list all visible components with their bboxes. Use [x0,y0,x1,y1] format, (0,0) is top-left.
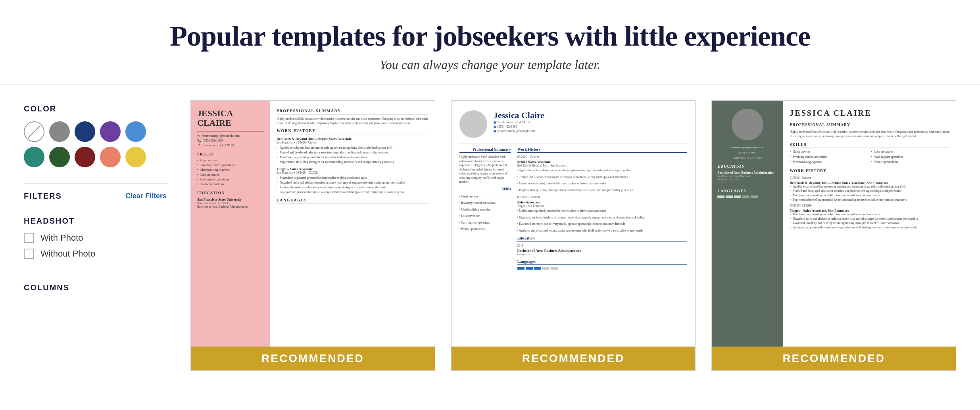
tpl3-skill-1: Guest services [790,150,868,153]
color-swatch-navy[interactable] [75,121,95,142]
color-swatch-teal[interactable] [24,147,44,167]
page-wrapper: Popular templates for jobseekers with li… [0,0,980,410]
tpl3-work-title: WORK HISTORY [790,169,949,174]
tpl3-skill-4: Loss prevention [871,150,949,153]
clear-filters-button[interactable]: Clear Filters [125,192,167,200]
template-3-body: resumesample@example.com (555) 432-1000 … [712,101,956,370]
columns-section: COLUMNS [24,283,167,292]
tpl1-skill-3: Merchandising expertise [197,168,264,172]
template-card-1[interactable]: JESSICACLAIRE ✉ resumesample@example.com… [190,100,435,371]
tpl2-job2-b3: • Evaluated inventory and delivery needs… [517,222,688,226]
filters-row: FILTERS Clear Filters [24,192,167,201]
tpl1-skill-1: Guest services [197,159,264,162]
tpl2-location: San Francisco, CA 94105 [494,121,688,124]
template-2-recommended-badge: RECOMMENDED [452,347,696,370]
templates-area: JESSICACLAIRE ✉ resumesample@example.com… [190,100,956,371]
tpl2-avatar [459,110,487,138]
tpl1-skills-title: SKILLS [197,152,264,156]
tpl1-summary-title: PROFESSIONAL SUMMARY [277,109,429,115]
tpl2-job1-b3: • Maintained organized, presentable merc… [517,182,688,186]
tpl3-job1-b2: Trained and developed sales team associa… [790,189,949,193]
tpl1-job1-title: Bed Bath & Beyond, Inc. – Senior Sales A… [277,137,429,141]
color-swatch-yellow[interactable] [125,147,146,167]
page-header: Popular templates for jobseekers with li… [0,0,980,84]
tpl2-name-block: Jessica Claire San Francisco, CA 94105 (… [494,110,688,138]
color-swatch-purple[interactable] [100,121,121,142]
sidebar: COLOR FILTERS [24,100,167,371]
color-swatch-gray[interactable] [49,121,70,142]
tpl2-job1-b4: • Implemented up-selling strategies for … [517,188,688,193]
template-3-recommended-badge: RECOMMENDED [712,347,956,370]
color-section: COLOR [24,104,167,167]
with-photo-option[interactable]: With Photo [24,233,167,243]
with-photo-checkbox[interactable] [24,233,34,243]
tpl3-job2-b3: Evaluated inventory and delivery needs, … [790,221,949,225]
tpl3-job1-b4: Implemented up-selling strategies for re… [790,198,949,201]
template-1-recommended-badge: RECOMMENDED [191,347,435,370]
color-swatch-salmon[interactable] [100,147,121,167]
tpl3-skill-2: Inventory control procedures [790,155,868,159]
tpl1-job1-b4: Implemented up-selling strategies for re… [277,160,429,164]
with-photo-label: With Photo [40,233,83,243]
tpl2-job1-title: Senior Sales Associate [517,160,688,164]
without-photo-option[interactable]: Without Photo [24,249,167,259]
tpl1-job2-b3: Evaluated inventory and delivery needs, … [277,186,429,189]
tpl1-skill-5: Cash register operations [197,178,264,181]
tpl1-skill-4: Loss prevention [197,173,264,176]
tpl3-job1-title: Bed Bath & Beyond, Inc. – Senior Sales A… [790,181,949,185]
tpl3-edu-title: EDUCATION [717,164,778,169]
headshot-label: HEADSHOT [24,216,167,226]
tpl3-name: JESSICA CLAIRE [790,109,949,118]
tpl1-work-title: WORK HISTORY [277,128,429,134]
tpl1-left: JESSICACLAIRE ✉ resumesample@example.com… [191,101,270,370]
tpl2-phone: (555) 432-1000 [494,125,688,128]
tpl2-summary-text: Highly motivated Sales Associate with ex… [459,155,511,184]
tpl1-skill-6: Product promotions [197,182,264,186]
tpl2-job2-b4: • Analyzed and processed returns, assist… [517,229,688,233]
template-1-body: JESSICACLAIRE ✉ resumesample@example.com… [191,101,435,370]
tpl3-job2-b4: Analyzed and processed returns, assistin… [790,226,949,229]
tpl3-phone: (555) 432-1000 [717,151,778,154]
tpl2-skill-6: • Product promotions [459,227,511,232]
tpl3-job1-date: 03/2020 - Current [790,176,949,180]
tpl2-skill-5: • Cash register operations [459,221,511,225]
tpl2-content: Professional Summary Highly motivated Sa… [459,147,688,270]
color-swatch-darkred[interactable] [75,147,95,167]
template-card-3[interactable]: resumesample@example.com (555) 432-1000 … [711,100,956,371]
tpl3-edu-degree: Bachelor of Arts, Business Administratio… [717,171,778,174]
tpl1-job2-b2: Organized racks and shelves to maintain … [277,181,429,184]
template-2-body: Jessica Claire San Francisco, CA 94105 (… [452,101,696,370]
template-card-2[interactable]: Jessica Claire San Francisco, CA 94105 (… [451,100,696,371]
tpl2-job1-company: Bed Bath & Beyond, Inc. – San Francisco [517,164,688,167]
divider-1 [24,183,167,184]
tpl3-skill-6: Product promotions [871,160,949,164]
tpl3-edu-school: San Francisco State University [717,174,778,178]
headshot-section: HEADSHOT With Photo Without Photo [24,216,167,259]
tpl2-header: Jessica Claire San Francisco, CA 94105 (… [459,110,688,138]
tpl1-edu-title: EDUCATION [197,191,264,195]
tpl3-left: resumesample@example.com (555) 432-1000 … [712,101,783,370]
tpl1-lang-title: LANGUAGES [277,198,429,204]
filters-section: FILTERS Clear Filters [24,192,167,201]
tpl3-job2-b1: Maintained organized, presentable mercha… [790,213,949,216]
main-layout: COLOR FILTERS [0,100,980,371]
tpl3-job1-b3: Maintained organized, presentable mercha… [790,194,949,197]
tpl1-job2-place: San Francisco • 06/2019 – 03/2020 [277,171,429,174]
without-photo-checkbox[interactable] [24,249,34,259]
without-photo-label: Without Photo [40,249,95,259]
tpl2-right-col: Work History 03/2020 – Current Senior Sa… [517,147,688,270]
tpl2-skill-3: • Merchandising expertise [459,208,511,212]
tpl2-job2-b1: • Maintained organized, presentable merc… [517,209,688,213]
tpl2-email: resumesample@example.com [494,129,688,133]
color-swatch-blue[interactable] [125,121,146,142]
color-swatch-darkgreen[interactable] [49,147,70,167]
tpl1-job2-title: Target – Sales Associate [277,167,429,171]
tpl1-edu-location: San Francisco, CA • 2013 [197,201,264,205]
tpl1-job1-b3: Maintained organized, presentable mercha… [277,155,429,159]
tpl2-summary-title: Professional Summary [459,147,511,153]
tpl1-job1-place: San Francisco • 03/2020 - Current [277,141,429,144]
tpl3-edu-loc: San Francisco, CA [717,178,778,181]
color-swatch-none[interactable] [24,121,44,142]
tpl2-work-title: Work History [517,147,688,153]
tpl2-name: Jessica Claire [494,110,688,121]
